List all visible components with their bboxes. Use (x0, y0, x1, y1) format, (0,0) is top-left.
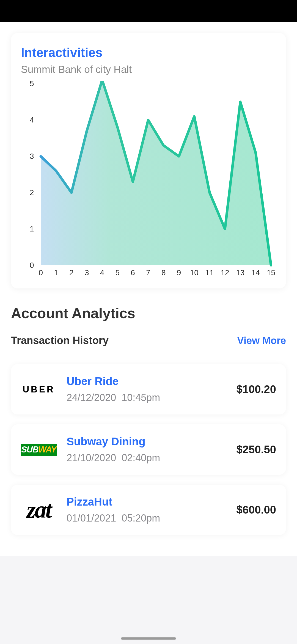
x-tick: 2 (69, 268, 73, 277)
transaction-history-label: Transaction History (11, 335, 109, 346)
transaction-info: PizzaHut01/01/202105:20pm (67, 496, 226, 524)
pizzahut-logo-icon: zat (21, 496, 57, 524)
y-tick: 2 (30, 188, 34, 197)
x-tick: 7 (146, 268, 150, 277)
transaction-amount: $100.20 (236, 383, 276, 395)
chart-subtitle: Summit Bank of city Halt (21, 64, 276, 75)
status-bar (0, 0, 297, 22)
transaction-date: 21/10/2020 (67, 452, 116, 463)
y-tick: 1 (30, 225, 34, 233)
transaction-time: 02:40pm (122, 452, 160, 463)
y-tick: 4 (30, 116, 34, 124)
transaction-item[interactable]: UBERUber Ride24/12/202010:45pm$100.20 (11, 364, 286, 414)
transaction-date: 01/01/2021 (67, 512, 116, 524)
x-tick: 8 (161, 268, 166, 277)
x-tick: 14 (251, 268, 260, 277)
transaction-info: Uber Ride24/12/202010:45pm (67, 375, 226, 403)
transaction-meta: 01/01/202105:20pm (67, 512, 226, 524)
transaction-name: PizzaHut (67, 496, 226, 508)
x-tick: 11 (205, 268, 214, 277)
x-tick: 0 (38, 268, 43, 277)
x-tick: 15 (267, 268, 275, 277)
y-tick: 0 (30, 261, 34, 269)
transaction-name: Uber Ride (67, 375, 226, 388)
chart-title: Interactivities (21, 45, 276, 60)
transaction-meta: 21/10/202002:40pm (67, 452, 226, 464)
x-tick: 1 (54, 268, 58, 277)
transaction-amount: $250.50 (236, 443, 276, 456)
transaction-meta: 24/12/202010:45pm (67, 392, 226, 403)
x-tick: 3 (85, 268, 89, 277)
transaction-amount: $600.00 (236, 504, 276, 516)
y-tick: 5 (30, 81, 34, 88)
x-tick: 9 (177, 268, 181, 277)
transaction-info: Subway Dining21/10/202002:40pm (67, 435, 226, 464)
uber-logo-icon: UBER (21, 376, 57, 403)
x-tick: 13 (236, 268, 244, 277)
x-tick: 5 (116, 268, 120, 277)
transaction-time: 05:20pm (122, 512, 160, 524)
area-chart: 012345 0123456789101112131415 (21, 81, 276, 282)
transaction-time: 10:45pm (122, 392, 160, 403)
home-indicator[interactable] (121, 637, 176, 640)
transaction-list: UBERUber Ride24/12/202010:45pm$100.20SUB… (11, 364, 286, 535)
transaction-name: Subway Dining (67, 435, 226, 448)
view-more-button[interactable]: View More (237, 335, 286, 346)
chart-card: Interactivities Summit Bank of city Halt… (11, 33, 286, 288)
x-tick: 6 (131, 268, 135, 277)
section-title: Account Analytics (11, 305, 286, 321)
y-tick: 3 (30, 152, 34, 160)
transaction-item[interactable]: zatPizzaHut01/01/202105:20pm$600.00 (11, 485, 286, 535)
subway-logo-icon: SUBWAY (21, 436, 57, 463)
x-tick: 4 (100, 268, 104, 277)
main-content: Interactivities Summit Bank of city Halt… (0, 22, 297, 556)
transaction-item[interactable]: SUBWAYSubway Dining21/10/202002:40pm$250… (11, 424, 286, 475)
transaction-date: 24/12/2020 (67, 392, 116, 403)
x-tick: 10 (190, 268, 199, 277)
x-tick: 12 (221, 268, 229, 277)
list-header: Transaction History View More (11, 335, 286, 346)
